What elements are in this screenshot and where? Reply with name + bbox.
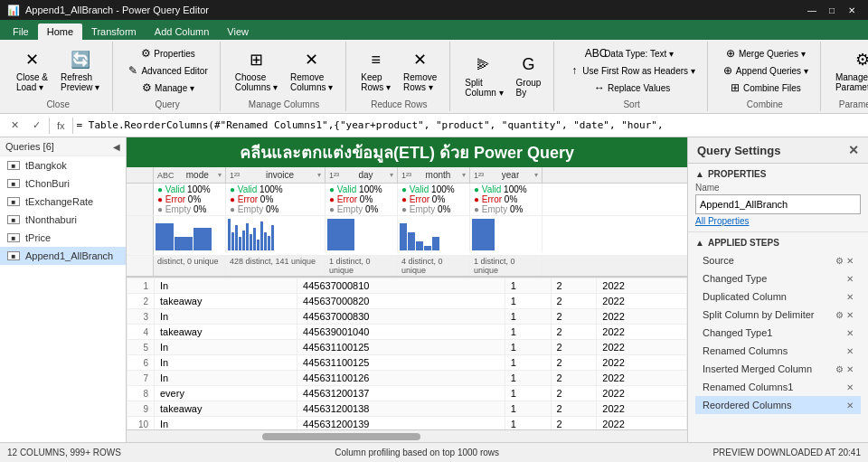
delete-step-icon[interactable]: ✕ — [846, 401, 854, 410]
status-preview-time: PREVIEW DOWNLOADED AT 20:41 — [712, 448, 861, 457]
table-row[interactable]: 7 In 445631100126 1 2 2022 — [127, 371, 687, 386]
col-header-year[interactable]: 1²³ year ▾ — [470, 167, 542, 183]
table-row[interactable]: 9 takeaway 445631200138 1 2 2022 — [127, 401, 687, 417]
delete-step-icon[interactable]: ✕ — [846, 346, 854, 356]
step-name: Duplicated Column — [703, 291, 787, 302]
table-row[interactable]: 3 In 445637000830 1 2 2022 — [127, 309, 687, 325]
table-row[interactable]: 2 takeaway 445637000820 1 2 2022 — [127, 294, 687, 309]
query-icon4: ■ — [7, 215, 20, 224]
merge-queries-button[interactable]: ⊕ Merge Queries ▾ — [717, 45, 813, 61]
ribbon-group-manage-cols: ⊞ ChooseColumns ▾ ✕ RemoveColumns ▾ Mana… — [222, 42, 347, 111]
ribbon-group-close: ✕ Close &Load ▾ 🔄 RefreshPreview ▾ Close — [4, 42, 113, 111]
combine-files-button[interactable]: ⊞ Combine Files — [717, 80, 813, 96]
manage-button[interactable]: ⚙ Manage ▾ — [122, 80, 212, 96]
table-row[interactable]: 6 In 445631100125 1 2 2022 — [127, 355, 687, 371]
manage-params-button[interactable]: ⚙ ManageParameters ▾ — [830, 45, 868, 96]
col-header-invoice[interactable]: 1²³ invoice ▾ — [226, 167, 326, 183]
query-item-tchonburi[interactable]: ■ tChonBuri — [0, 174, 126, 193]
tab-file[interactable]: File — [4, 24, 38, 40]
accept-icon[interactable]: ✓ — [27, 117, 45, 135]
close-button[interactable]: ✕ — [843, 3, 861, 17]
applied-step-duplicated-column[interactable]: Duplicated Column✕ — [695, 288, 861, 306]
maximize-button[interactable]: □ — [823, 3, 841, 17]
row-number: 2 — [127, 294, 155, 309]
applied-step-split-column-by-delimiter[interactable]: Split Column by Delimiter⚙✕ — [695, 306, 861, 324]
delete-step-icon[interactable]: ✕ — [846, 310, 854, 320]
table-row[interactable]: 8 every 445631200137 1 2 2022 — [127, 386, 687, 401]
remove-columns-button[interactable]: ✕ RemoveColumns ▾ — [285, 45, 338, 96]
col-sort-day: ▾ — [390, 171, 393, 179]
data-type-button[interactable]: ABC Data Type: Text ▾ — [563, 45, 699, 61]
replace-values-button[interactable]: ↔ Replace Values — [563, 80, 699, 96]
cell-month: 2 — [551, 309, 597, 325]
applied-step-renamed-columns[interactable]: Renamed Columns✕ — [695, 342, 861, 360]
delete-step-icon[interactable]: ✕ — [846, 364, 854, 374]
query-icon2: ■ — [7, 179, 20, 188]
title-bar-controls[interactable]: — □ ✕ — [803, 3, 861, 17]
group-by-button[interactable]: G GroupBy — [511, 51, 547, 101]
cell-mode: In — [155, 309, 297, 325]
ribbon-tabs: File Home Transform Add Column View — [0, 20, 868, 40]
delete-step-icon[interactable]: ✕ — [846, 292, 854, 302]
delete-step-icon[interactable]: ✕ — [846, 382, 854, 392]
tab-transform[interactable]: Transform — [82, 24, 146, 40]
delete-step-icon[interactable]: ✕ — [846, 256, 854, 266]
settings-close-button[interactable]: ✕ — [848, 143, 859, 157]
table-row[interactable]: 4 takeaway 445639001040 1 2 2022 — [127, 325, 687, 340]
choose-columns-button[interactable]: ⊞ ChooseColumns ▾ — [230, 45, 283, 96]
cell-month: 2 — [551, 278, 597, 294]
ribbon-group-sort: ⫸ SplitColumn ▾ G GroupBy — [452, 42, 554, 111]
gear-icon[interactable]: ⚙ — [835, 310, 844, 320]
query-item-texchangerate[interactable]: ■ tExchangeRate — [0, 193, 126, 211]
advanced-editor-button[interactable]: ✎ Advanced Editor — [122, 62, 212, 79]
cell-mode: takeaway — [155, 294, 297, 309]
all-properties-link[interactable]: All Properties — [695, 216, 861, 226]
cell-invoice: 445631200139 — [297, 417, 505, 430]
data-table-wrapper[interactable]: 1 In 445637000810 1 2 2022 2 takeaway 44… — [127, 278, 687, 429]
mode-chart — [154, 216, 226, 252]
cell-day: 1 — [505, 401, 551, 417]
query-item-tprice[interactable]: ■ tPrice — [0, 229, 126, 247]
applied-step-reordered-columns[interactable]: Reordered Columns✕ — [695, 396, 861, 414]
queries-collapse-button[interactable]: ◀ — [113, 142, 120, 152]
applied-step-changed-type1[interactable]: Changed Type1✕ — [695, 324, 861, 342]
query-item-tbangkok[interactable]: ■ tBangkok — [0, 156, 126, 174]
keep-rows-button[interactable]: ≡ KeepRows ▾ — [355, 45, 396, 96]
col-header-day[interactable]: 1²³ day ▾ — [326, 167, 398, 183]
row-number: 5 — [127, 340, 155, 355]
tab-add-column[interactable]: Add Column — [146, 24, 219, 40]
remove-rows-button[interactable]: ✕ RemoveRows ▾ — [398, 45, 442, 96]
profile-charts-row — [127, 216, 687, 256]
applied-step-source[interactable]: Source⚙✕ — [695, 251, 861, 269]
close-load-button[interactable]: ✕ Close &Load ▾ — [11, 45, 53, 96]
delete-step-icon[interactable]: ✕ — [846, 328, 854, 338]
horizontal-scrollbar[interactable] — [127, 429, 687, 442]
applied-step-renamed-columns1[interactable]: Renamed Columns1✕ — [695, 378, 861, 396]
formula-input[interactable] — [77, 117, 863, 135]
minimize-button[interactable]: — — [803, 3, 821, 17]
query-item-append1[interactable]: ■ Append1_AllBranch — [0, 247, 126, 265]
gear-icon[interactable]: ⚙ — [835, 364, 844, 374]
tab-home[interactable]: Home — [38, 24, 82, 40]
ribbon: ✕ Close &Load ▾ 🔄 RefreshPreview ▾ Close… — [0, 40, 868, 114]
col-header-month[interactable]: 1²³ month ▾ — [398, 167, 470, 183]
first-row-header-button[interactable]: ↑ Use First Row as Headers ▾ — [563, 62, 699, 79]
properties-button[interactable]: ⚙ Properties — [122, 45, 212, 61]
reject-icon[interactable]: ✕ — [5, 117, 24, 135]
table-row[interactable]: 1 In 445637000810 1 2 2022 — [127, 278, 687, 294]
query-name-input[interactable] — [695, 194, 861, 214]
cell-month: 2 — [551, 325, 597, 340]
applied-step-changed-type[interactable]: Changed Type✕ — [695, 269, 861, 288]
table-row[interactable]: 10 In 445631200139 1 2 2022 — [127, 417, 687, 430]
delete-step-icon[interactable]: ✕ — [846, 274, 854, 284]
refresh-preview-button[interactable]: 🔄 RefreshPreview ▾ — [55, 45, 105, 96]
row-number: 9 — [127, 401, 155, 417]
col-header-mode[interactable]: ABC mode ▾ — [154, 167, 226, 183]
append-queries-button[interactable]: ⊕ Append Queries ▾ — [717, 62, 813, 79]
tab-view[interactable]: View — [218, 24, 258, 40]
gear-icon[interactable]: ⚙ — [835, 256, 844, 266]
applied-step-inserted-merged-column[interactable]: Inserted Merged Column⚙✕ — [695, 360, 861, 378]
query-item-tnonthaburi[interactable]: ■ tNonthaburi — [0, 211, 126, 229]
split-column-button[interactable]: ⫸ SplitColumn ▾ — [459, 51, 508, 101]
table-row[interactable]: 5 In 445631100125 1 2 2022 — [127, 340, 687, 355]
